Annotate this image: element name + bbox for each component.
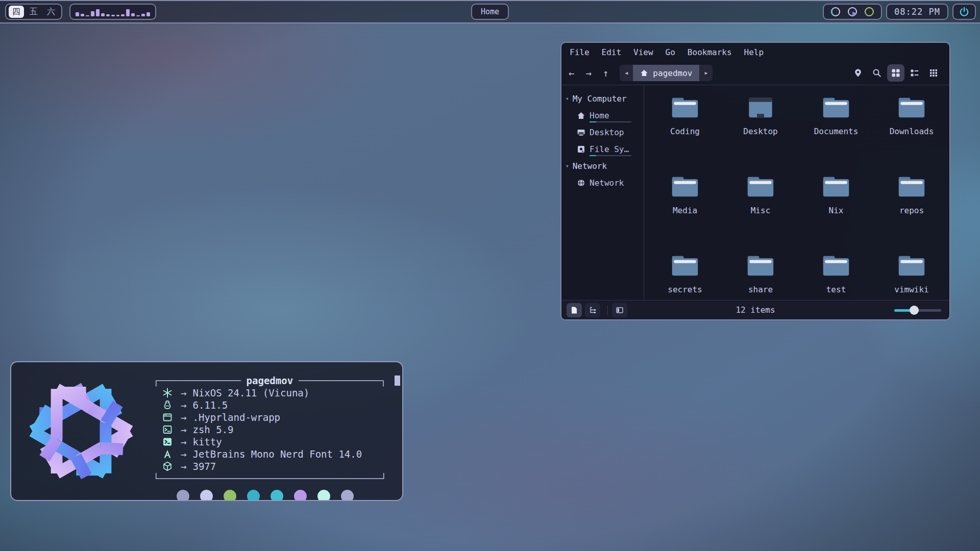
clock[interactable]: 08:22 PM <box>886 4 948 20</box>
file-manager-window: File Edit View Go Bookmarks Help ← → ↑ ◀… <box>560 42 950 320</box>
font-icon <box>162 449 173 459</box>
folder-item-label: Nix <box>829 206 844 215</box>
workspace-button[interactable]: 六 <box>43 6 59 18</box>
folder-glyph <box>747 175 774 198</box>
usage-underline <box>590 121 631 122</box>
folder-item[interactable]: Nix <box>798 172 874 252</box>
sidebar-item[interactable]: ▾ Home <box>561 107 644 124</box>
power-icon <box>959 7 969 17</box>
folder-item[interactable]: repos <box>874 172 949 252</box>
sidebar-item[interactable]: ▾ My Computer <box>561 90 644 107</box>
folder-item-icon <box>822 93 850 122</box>
folder-item-icon <box>822 172 850 201</box>
gauge-purple-pie-icon <box>847 6 858 17</box>
visualizer-bar <box>126 9 130 16</box>
active-window-title[interactable]: Home <box>471 4 509 20</box>
folder-item[interactable]: Coding <box>647 93 723 172</box>
sidebar-item-label: My Computer <box>573 94 627 104</box>
desktop-monitor-icon <box>577 128 585 137</box>
terminal-color-palette <box>177 490 400 501</box>
up-button[interactable]: ↑ <box>603 67 608 79</box>
folder-item[interactable]: Downloads <box>874 93 949 172</box>
sidebar: ▾ My Computer ▾ Home ▾ <box>561 85 644 300</box>
menu-item[interactable]: File <box>570 47 590 57</box>
fastfetch-line: → 6.11.5 <box>153 399 400 411</box>
visualizer-bar <box>86 15 89 16</box>
menu-item[interactable]: Bookmarks <box>688 47 732 57</box>
info-text: JetBrains Mono Nerd Font 14.0 <box>192 448 362 460</box>
folder-glyph <box>747 254 774 278</box>
visualizer-bar <box>116 15 120 16</box>
forward-button[interactable]: → <box>585 67 591 79</box>
toolbar-button[interactable] <box>906 64 923 82</box>
list-view-icon <box>910 68 919 78</box>
home-icon <box>640 69 648 77</box>
desktop-glyph <box>747 96 774 119</box>
search-icon <box>872 68 881 78</box>
info-icon <box>162 400 173 410</box>
info-icon <box>162 412 173 422</box>
folder-item[interactable]: Desktop <box>723 93 798 172</box>
expander-triangle-icon[interactable]: ▾ <box>566 95 569 102</box>
system-gauges[interactable] <box>823 4 882 20</box>
breadcrumb-current[interactable]: pagedmov <box>633 65 699 81</box>
workspace-button[interactable]: 五 <box>26 6 41 18</box>
back-button[interactable]: ← <box>569 67 574 79</box>
nix-snowflake-icon <box>162 388 173 398</box>
palette-dot <box>317 490 330 501</box>
toolbar-button[interactable] <box>887 64 904 82</box>
zoom-slider-thumb[interactable] <box>910 306 919 315</box>
folder-item-icon <box>671 252 699 280</box>
toggle-sidepane-button[interactable] <box>612 303 627 317</box>
fastfetch-line: → NixOS 24.11 (Vicuna) <box>153 387 400 399</box>
folder-item[interactable]: Documents <box>798 93 874 172</box>
folder-item-icon <box>898 93 925 122</box>
menu-item[interactable]: View <box>633 47 653 57</box>
folder-item-label: Downloads <box>890 127 934 136</box>
zoom-slider[interactable] <box>894 305 941 315</box>
show-places-button[interactable] <box>567 303 582 317</box>
visualizer-bar <box>131 13 135 16</box>
sidebar-item-icon <box>577 145 585 154</box>
fastfetch-line: → kitty <box>153 436 400 448</box>
toolbar-button[interactable] <box>925 64 942 82</box>
breadcrumb-next-button[interactable]: ▶ <box>699 65 713 81</box>
nixos-logo <box>24 374 138 488</box>
info-text: .Hyprland-wrapp <box>192 411 280 423</box>
breadcrumb-prev-button[interactable]: ◀ <box>620 65 633 81</box>
folder-item-label: repos <box>899 206 924 215</box>
folder-item[interactable]: Media <box>647 172 723 252</box>
show-tree-button[interactable] <box>585 303 600 317</box>
toolbar: ← → ↑ ◀ pagedmov ▶ <box>561 61 949 85</box>
network-globe-icon <box>577 179 585 187</box>
visualizer-bar <box>81 14 84 16</box>
toolbar-button[interactable] <box>849 64 867 82</box>
sidebar-item[interactable]: ▾ Network <box>561 174 644 191</box>
audio-visualizer <box>69 4 156 20</box>
menu-item[interactable]: Go <box>666 47 675 57</box>
power-button[interactable] <box>952 4 976 20</box>
folder-item[interactable]: Misc <box>723 172 798 252</box>
toolbar-button[interactable] <box>868 64 886 82</box>
shell-prompt-icon <box>162 424 173 435</box>
sidebar-item[interactable]: ▾ Network <box>561 158 644 174</box>
menu-item[interactable]: Help <box>744 47 764 57</box>
menu-item[interactable]: Edit <box>602 47 622 57</box>
workspace-button[interactable]: 四 <box>9 6 24 18</box>
linux-penguin-icon <box>162 400 173 410</box>
sidebar-item[interactable]: ▾ Desktop <box>561 124 644 141</box>
folder-item-label: secrets <box>668 285 702 294</box>
info-icon <box>162 437 173 447</box>
folder-glyph <box>898 175 925 198</box>
arrow-glyph: → <box>181 423 186 436</box>
info-icon <box>162 449 173 459</box>
sidebar-item[interactable]: ▾ File Sy… <box>561 141 644 158</box>
sidebar-item-label: File Sy… <box>590 144 629 154</box>
terminal-window: ┌──────────────pagedmov──────────────┐ →… <box>10 361 403 501</box>
folder-item-icon <box>898 252 925 280</box>
expander-triangle-icon[interactable]: ▾ <box>566 163 569 169</box>
info-text: kitty <box>192 436 222 448</box>
folder-glyph <box>822 254 850 278</box>
info-icon <box>162 461 173 471</box>
document-icon <box>570 306 578 314</box>
